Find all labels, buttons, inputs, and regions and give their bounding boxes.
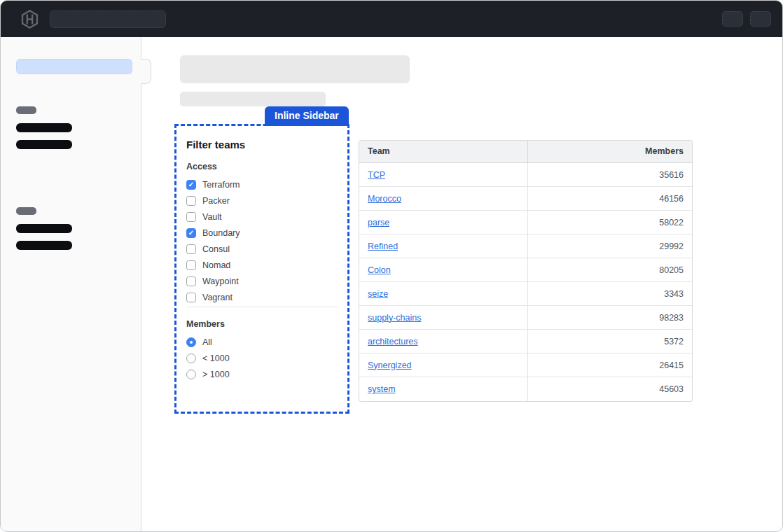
table-row: system 45603	[359, 377, 692, 401]
team-link[interactable]: architectures	[368, 337, 418, 346]
table-row: Morocco 46156	[359, 187, 692, 211]
members-option[interactable]: > 1000	[185, 366, 339, 382]
checkbox[interactable]	[186, 244, 196, 254]
teams-table: Team Members TCP 35616 Morocco 46156	[359, 140, 693, 402]
members-option-label: < 1000	[202, 354, 230, 363]
members-column-header: Members	[528, 141, 692, 162]
team-cell: Synergized	[359, 354, 528, 377]
access-option[interactable]: Vault	[185, 209, 339, 225]
access-option-label: Boundary	[202, 228, 240, 238]
access-option[interactable]: Waypoint	[185, 273, 339, 289]
team-cell: Colon	[359, 258, 528, 281]
members-option[interactable]: < 1000	[185, 350, 339, 366]
team-link[interactable]: Colon	[368, 265, 391, 275]
active-nav-item-skeleton[interactable]	[16, 59, 132, 74]
access-option[interactable]: Nomad	[185, 257, 339, 273]
access-option[interactable]: Boundary	[185, 225, 339, 241]
team-link[interactable]: supply-chains	[368, 313, 421, 323]
nav-button-skeleton[interactable]	[722, 11, 743, 27]
access-option[interactable]: Terraform	[185, 176, 339, 192]
table-row: Synergized 26415	[359, 354, 692, 377]
access-option-label: Vault	[202, 212, 222, 222]
table-row: Refined 29992	[359, 234, 692, 258]
team-link[interactable]: parse	[368, 218, 389, 227]
table-row: seize 3343	[359, 282, 692, 306]
inline-sidebar-badge: Inline Sidebar	[265, 106, 349, 126]
access-option[interactable]: Consul	[185, 241, 339, 257]
team-link[interactable]: system	[368, 384, 396, 394]
search-input-skeleton[interactable]	[50, 10, 166, 28]
member-count-cell: 26415	[528, 354, 692, 377]
nav-link-skeleton[interactable]	[16, 123, 72, 132]
checkbox[interactable]	[186, 228, 196, 238]
checkbox[interactable]	[186, 260, 196, 270]
page-title-skeleton	[180, 55, 410, 83]
radio-button[interactable]	[186, 370, 196, 379]
team-cell: system	[359, 377, 528, 401]
nav-link-skeleton[interactable]	[16, 140, 72, 149]
member-count-cell: 3343	[528, 282, 692, 305]
team-cell: parse	[359, 211, 528, 234]
app-window: Inline Sidebar Filter teams Access Terra…	[0, 0, 783, 532]
access-option-label: Nomad	[202, 260, 230, 270]
filter-panel-title: Filter teams	[186, 139, 338, 150]
team-link[interactable]: Refined	[368, 241, 398, 251]
members-option-label: All	[202, 337, 212, 347]
section-label-skeleton	[16, 207, 36, 215]
team-link[interactable]: seize	[368, 289, 388, 299]
team-link[interactable]: TCP	[368, 170, 385, 180]
team-cell: TCP	[359, 163, 528, 186]
page-subtitle-skeleton	[180, 92, 326, 106]
hashicorp-logo-icon	[20, 10, 39, 29]
table-row: architectures 5372	[359, 330, 692, 354]
access-option-label: Terraform	[202, 180, 240, 190]
members-option-label: > 1000	[202, 370, 230, 379]
filter-divider	[186, 307, 338, 307]
access-option-label: Consul	[202, 244, 230, 254]
member-count-cell: 80205	[528, 258, 692, 281]
team-cell: seize	[359, 282, 528, 305]
access-checkbox-group: Terraform Packer Vault Boundary	[185, 176, 339, 305]
table-row: supply-chains 98283	[359, 306, 692, 330]
radio-button[interactable]	[186, 337, 196, 347]
member-count-cell: 29992	[528, 234, 692, 258]
access-option[interactable]: Packer	[185, 192, 339, 209]
member-count-cell: 5372	[528, 330, 692, 353]
team-column-header: Team	[359, 141, 528, 162]
team-cell: supply-chains	[359, 306, 528, 329]
access-option-label: Vagrant	[202, 293, 233, 302]
section-label-skeleton	[16, 106, 36, 114]
members-option[interactable]: All	[185, 334, 339, 350]
team-cell: Refined	[359, 234, 528, 258]
table-row: parse 58022	[359, 211, 692, 234]
table-header-row: Team Members	[359, 141, 692, 163]
access-option-label: Packer	[202, 196, 230, 206]
member-count-cell: 35616	[528, 163, 692, 186]
member-count-cell: 98283	[528, 306, 692, 329]
nav-link-skeleton[interactable]	[16, 241, 72, 250]
member-count-cell: 45603	[528, 377, 692, 401]
table-row: TCP 35616	[359, 163, 692, 187]
top-nav-bar	[1, 1, 782, 37]
checkbox[interactable]	[186, 196, 196, 206]
members-radio-group: All < 1000 > 1000	[185, 334, 339, 382]
members-group-label: Members	[186, 319, 338, 329]
checkbox[interactable]	[186, 212, 196, 222]
sidebar-toggle-handle[interactable]	[141, 59, 151, 84]
team-link[interactable]: Morocco	[368, 194, 401, 204]
checkbox[interactable]	[186, 293, 196, 302]
table-body: TCP 35616 Morocco 46156 parse 58022	[359, 163, 692, 401]
checkbox[interactable]	[186, 180, 196, 190]
filter-panel: Filter teams Access Terraform Packer Vau…	[174, 124, 349, 414]
access-option[interactable]: Vagrant	[185, 289, 339, 305]
nav-link-skeleton[interactable]	[16, 224, 72, 233]
app-sidebar	[1, 37, 141, 531]
access-option-label: Waypoint	[202, 276, 239, 286]
nav-button-skeleton[interactable]	[750, 11, 771, 27]
radio-button[interactable]	[186, 354, 196, 363]
member-count-cell: 58022	[528, 211, 692, 234]
access-group-label: Access	[186, 162, 338, 172]
team-link[interactable]: Synergized	[368, 360, 412, 370]
checkbox[interactable]	[186, 276, 196, 286]
table-row: Colon 80205	[359, 258, 692, 282]
